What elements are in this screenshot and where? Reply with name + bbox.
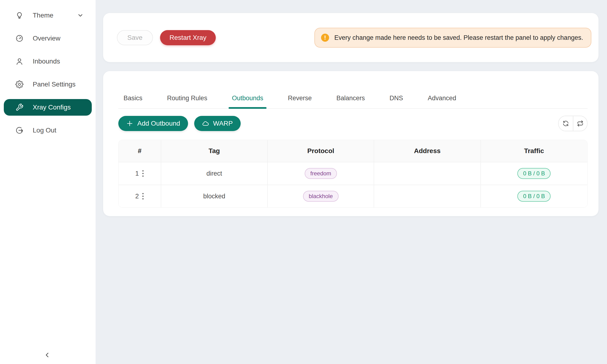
address-cell	[374, 162, 481, 185]
sidebar-item-label: Overview	[33, 35, 60, 42]
tab-routing-rules[interactable]: Routing Rules	[167, 94, 208, 108]
protocol-badge: blackhole	[303, 191, 338, 202]
sidebar-item-panel-settings[interactable]: Panel Settings	[4, 76, 92, 93]
sidebar-nav: Theme Overview Inbounds	[0, 0, 95, 139]
sidebar-item-label: Panel Settings	[33, 80, 76, 88]
gauge-icon	[15, 34, 24, 43]
sidebar-item-label: Inbounds	[33, 58, 60, 65]
sidebar-item-xray-configs[interactable]: Xray Configs	[4, 99, 92, 116]
table-row: 1 direct freedom 0 B / 0 B	[119, 162, 587, 185]
sidebar-item-theme[interactable]: Theme	[4, 7, 92, 24]
chevron-down-icon	[77, 12, 84, 19]
tag-cell: blocked	[161, 185, 268, 207]
logout-icon	[15, 126, 24, 135]
tab-outbounds[interactable]: Outbounds	[232, 94, 263, 108]
tab-reverse[interactable]: Reverse	[288, 94, 312, 108]
restart-xray-button[interactable]: Restart Xray	[160, 30, 216, 45]
protocol-badge: freedom	[305, 168, 337, 179]
xray-configs-card: Basics Routing Rules Outbounds Reverse B…	[103, 71, 598, 216]
tag-cell: direct	[161, 162, 268, 185]
row-index: 1	[135, 170, 139, 177]
warning-icon: !	[321, 34, 329, 42]
repeat-button[interactable]	[573, 116, 587, 131]
sidebar-item-label: Log Out	[33, 127, 56, 134]
traffic-badge: 0 B / 0 B	[517, 191, 551, 202]
warp-label: WARP	[213, 120, 233, 127]
alert-text: Every change made here needs to be saved…	[334, 33, 583, 42]
row-index: 2	[135, 193, 139, 200]
column-header-tag: Tag	[161, 140, 268, 162]
column-header-traffic: Traffic	[481, 140, 587, 162]
main-content: Save Restart Xray ! Every change made he…	[95, 0, 607, 364]
sidebar-collapse-button[interactable]	[42, 349, 53, 361]
tab-advanced[interactable]: Advanced	[428, 94, 456, 108]
traffic-badge: 0 B / 0 B	[517, 168, 551, 179]
actions-card: Save Restart Xray ! Every change made he…	[103, 13, 598, 62]
chevron-left-icon	[44, 351, 51, 359]
wrench-icon	[15, 103, 24, 112]
restart-warning-alert: ! Every change made here needs to be sav…	[314, 28, 591, 48]
save-button[interactable]: Save	[117, 30, 153, 45]
refresh-icon	[562, 120, 569, 127]
outbounds-toolbar: Add Outbound WARP	[118, 116, 588, 131]
column-header-protocol: Protocol	[268, 140, 374, 162]
row-menu-icon[interactable]	[142, 170, 144, 177]
gear-icon	[15, 80, 24, 89]
repeat-icon	[577, 120, 583, 127]
user-icon	[15, 57, 24, 66]
tabs-bar: Basics Routing Rules Outbounds Reverse B…	[118, 71, 588, 109]
add-outbound-button[interactable]: Add Outbound	[118, 116, 188, 131]
column-header-address: Address	[374, 140, 481, 162]
sidebar-item-overview[interactable]: Overview	[4, 30, 92, 47]
refresh-button[interactable]	[559, 116, 573, 131]
tab-dns[interactable]: DNS	[390, 94, 403, 108]
outbounds-table: # Tag Protocol Address Traffic 1	[118, 140, 588, 208]
column-header-index: #	[119, 140, 161, 162]
warp-button[interactable]: WARP	[194, 116, 241, 131]
row-menu-icon[interactable]	[142, 193, 144, 200]
sidebar-item-log-out[interactable]: Log Out	[4, 122, 92, 139]
cloud-icon	[202, 120, 209, 127]
sidebar-item-inbounds[interactable]: Inbounds	[4, 53, 92, 70]
add-outbound-label: Add Outbound	[137, 120, 180, 127]
tab-balancers[interactable]: Balancers	[336, 94, 365, 108]
sidebar: Theme Overview Inbounds	[0, 0, 95, 364]
address-cell	[374, 185, 481, 207]
table-header-row: # Tag Protocol Address Traffic	[119, 140, 587, 162]
table-row: 2 blocked blackhole 0 B / 0 B	[119, 185, 587, 207]
table-actions-group	[558, 116, 588, 131]
plus-icon	[126, 120, 133, 127]
sidebar-item-label: Xray Configs	[33, 104, 71, 111]
sidebar-item-label: Theme	[33, 12, 53, 19]
app-root: Theme Overview Inbounds	[0, 0, 607, 364]
tab-basics[interactable]: Basics	[123, 94, 143, 108]
lightbulb-icon	[15, 11, 24, 20]
